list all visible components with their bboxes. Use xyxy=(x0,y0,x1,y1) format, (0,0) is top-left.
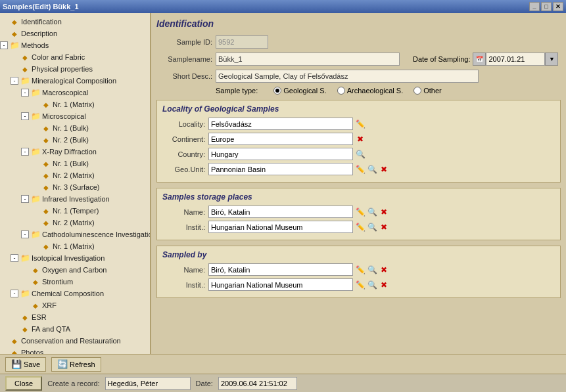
tree-item-ir-nr2-matrix[interactable]: ◆Nr. 2 (Matrix) xyxy=(0,217,150,229)
date-picker-icon[interactable]: 📅 xyxy=(473,53,486,66)
tree-item-nr1-bulk[interactable]: ◆Nr. 1 (Bulk) xyxy=(0,122,150,134)
sampled-name-input[interactable] xyxy=(208,263,353,276)
tree-item-ir-nr1-temper[interactable]: ◆Nr. 1 (Temper) xyxy=(0,205,150,217)
sampled-name-delete-icon[interactable]: ✖ xyxy=(379,265,389,275)
sampled-instit-label: Instit.: xyxy=(162,281,208,289)
create-record-input[interactable] xyxy=(105,377,191,390)
tree-item-physical-props[interactable]: ◆Physical properties xyxy=(0,63,150,75)
tree-item-oxygen-carbon[interactable]: ◆Oxygen and Carbon xyxy=(0,264,150,276)
title-bar: Samples(Edit) Bükk_1 _ □ ✕ xyxy=(0,0,566,13)
geounit-search-icon[interactable]: 🔍 xyxy=(367,164,377,175)
tree-item-infrared[interactable]: -📁Infrared Investigation xyxy=(0,193,150,205)
radio-other[interactable]: Other xyxy=(413,87,442,95)
locality-edit-icon[interactable]: ✏️ xyxy=(355,119,366,129)
refresh-label: Refresh xyxy=(70,360,95,368)
sampled-instit-input[interactable] xyxy=(208,278,353,291)
expand-icon-mineralogical[interactable]: - xyxy=(11,77,18,85)
sampled-instit-search-icon[interactable]: 🔍 xyxy=(367,280,377,290)
radio-geological[interactable]: Geological S. xyxy=(273,87,326,95)
sampled-instit-edit-icon[interactable]: ✏️ xyxy=(355,280,366,290)
expand-icon-chemical[interactable]: - xyxy=(11,290,18,297)
tree-label-microscopical: Microscopical xyxy=(42,112,86,120)
leaf-icon-oxygen-carbon: ◆ xyxy=(30,265,41,275)
country-search-icon[interactable]: 🔍 xyxy=(355,149,366,160)
storage-name-input[interactable] xyxy=(208,206,353,218)
tree-item-photos[interactable]: ◆Photos xyxy=(0,347,150,354)
samplename-input[interactable] xyxy=(216,53,400,66)
expand-icon-isotopical[interactable]: - xyxy=(11,254,18,262)
tree-item-microscopical[interactable]: -📁Microscopical xyxy=(0,110,150,122)
maximize-button[interactable]: □ xyxy=(541,2,552,11)
continent-delete-icon[interactable]: ✖ xyxy=(355,134,366,144)
tree-item-isotopical[interactable]: -📁Isotopical Investigation xyxy=(0,252,150,264)
sampled-instit-delete-icon[interactable]: ✖ xyxy=(379,280,389,290)
tree-item-nr1-matrix[interactable]: ◆Nr. 1 (Matrix) xyxy=(0,98,150,110)
tree-item-nr2-bulk[interactable]: ◆Nr. 2 (Bulk) xyxy=(0,134,150,146)
sampled-name-edit-icon[interactable]: ✏️ xyxy=(355,265,366,275)
tree-item-xray-nr2-matrix[interactable]: ◆Nr. 2 (Matrix) xyxy=(0,169,150,181)
storage-name-delete-icon[interactable]: ✖ xyxy=(379,207,389,217)
tree-item-identification[interactable]: ◆Identification xyxy=(0,16,150,28)
tree-item-methods[interactable]: -📁Methods xyxy=(0,39,150,51)
tree-label-nr1-bulk: Nr. 1 (Bulk) xyxy=(53,124,89,132)
expand-icon-infrared[interactable]: - xyxy=(21,195,29,203)
sample-id-input[interactable] xyxy=(216,35,268,49)
tree-item-conservation[interactable]: ◆Conservation and Restauration xyxy=(0,335,150,347)
tree-item-xray[interactable]: -📁X-Ray Diffraction xyxy=(0,146,150,158)
tree-item-xray-nr1-bulk[interactable]: ◆Nr. 1 (Bulk) xyxy=(0,158,150,169)
storage-instit-edit-icon[interactable]: ✏️ xyxy=(355,222,366,232)
tree-label-ir-nr2-matrix: Nr. 2 (Matrix) xyxy=(53,219,95,227)
close-button[interactable]: Close xyxy=(5,376,42,391)
storage-name-edit-icon[interactable]: ✏️ xyxy=(355,207,366,217)
tree-item-esr[interactable]: ◆ESR xyxy=(0,311,150,323)
tree-item-mineralogical[interactable]: -📁Mineralogical Composition xyxy=(0,75,150,87)
geounit-edit-icon[interactable]: ✏️ xyxy=(355,164,366,175)
tree-item-cathodolum[interactable]: -📁Cathodoluminescence Investigation xyxy=(0,229,150,240)
radio-other-circle[interactable] xyxy=(413,87,421,95)
radio-archaeological[interactable]: Archaeological S. xyxy=(337,87,404,95)
save-label: Save xyxy=(24,360,40,368)
save-button[interactable]: 💾 Save xyxy=(5,357,46,372)
continent-input[interactable] xyxy=(208,133,353,145)
tree-item-chemical[interactable]: -📁Chemical Composition xyxy=(0,288,150,299)
geounit-input[interactable] xyxy=(208,163,353,175)
refresh-button[interactable]: 🔄 Refresh xyxy=(51,357,101,372)
expand-icon-microscopical[interactable]: - xyxy=(21,112,29,120)
tree-item-macroscopical[interactable]: -📁Macroscopical xyxy=(0,87,150,98)
tree-item-cat-nr1-matrix[interactable]: ◆Nr. 1 (Matrix) xyxy=(0,240,150,252)
close-window-button[interactable]: ✕ xyxy=(553,2,563,11)
tree-item-color-fabric[interactable]: ◆Color and Fabric xyxy=(0,51,150,63)
sampled-instit-row: Instit.: ✏️ 🔍 ✖ xyxy=(162,278,555,291)
leaf-icon-xray-nr3-surface: ◆ xyxy=(41,182,51,192)
tree-item-description[interactable]: ◆Description xyxy=(0,28,150,39)
locality-input[interactable] xyxy=(208,118,353,130)
tree-item-fa-qta[interactable]: ◆FA and QTA xyxy=(0,323,150,335)
date-of-sampling-input[interactable] xyxy=(486,53,545,66)
date-dropdown-btn[interactable]: ▼ xyxy=(545,53,558,66)
section-title: Identification xyxy=(156,18,561,29)
geounit-delete-icon[interactable]: ✖ xyxy=(379,164,389,175)
storage-instit-delete-icon[interactable]: ✖ xyxy=(379,222,389,232)
storage-instit-search-icon[interactable]: 🔍 xyxy=(367,222,377,232)
continent-row: Continent: ✖ xyxy=(162,133,555,145)
expand-icon-methods[interactable]: - xyxy=(0,41,8,49)
sampled-name-search-icon[interactable]: 🔍 xyxy=(367,265,377,275)
status-date-label: Date: xyxy=(196,380,213,387)
radio-geological-circle[interactable] xyxy=(273,87,281,95)
sampled-name-label: Name: xyxy=(162,266,208,274)
expand-icon-cathodolum[interactable]: - xyxy=(21,230,29,238)
minimize-button[interactable]: _ xyxy=(529,2,540,11)
folder-icon-mineralogical: 📁 xyxy=(20,76,30,86)
storage-name-search-icon[interactable]: 🔍 xyxy=(367,207,377,217)
tree-label-esr: ESR xyxy=(32,313,47,321)
tree-item-xray-nr3-surface[interactable]: ◆Nr. 3 (Surface) xyxy=(0,181,150,193)
status-date-input[interactable] xyxy=(218,377,297,390)
tree-item-xrf[interactable]: ◆XRF xyxy=(0,299,150,311)
short-desc-input[interactable] xyxy=(216,70,479,83)
storage-instit-input[interactable] xyxy=(208,221,353,233)
expand-icon-xray[interactable]: - xyxy=(21,148,29,156)
country-input[interactable] xyxy=(208,148,353,160)
expand-icon-macroscopical[interactable]: - xyxy=(21,89,29,97)
tree-item-strontium[interactable]: ◆Strontium xyxy=(0,276,150,288)
radio-archaeological-circle[interactable] xyxy=(337,87,345,95)
